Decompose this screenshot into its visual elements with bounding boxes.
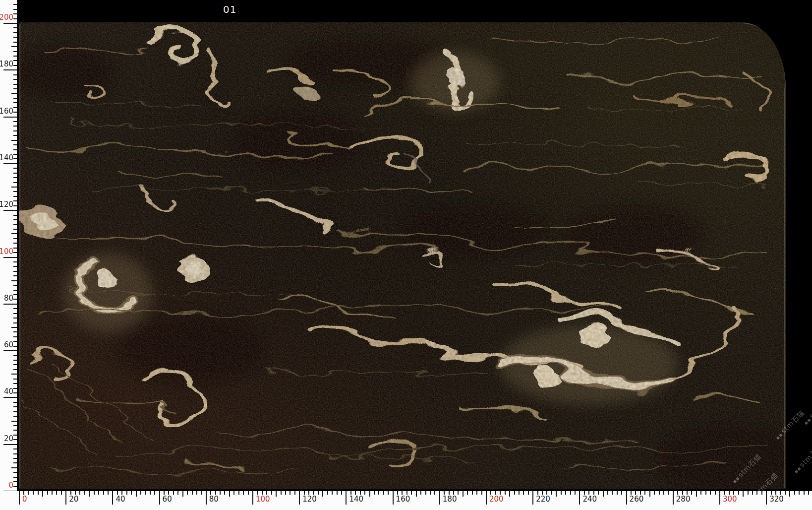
ruler-bottom-tick — [79, 491, 80, 495]
ruler-bottom-tick — [449, 491, 450, 495]
ruler-bottom-tick — [23, 491, 24, 495]
ruler-bottom-tick — [112, 491, 113, 505]
ruler-bottom-tick — [453, 491, 454, 495]
ruler-bottom-tick — [299, 491, 300, 505]
ruler-bottom-tick — [729, 491, 730, 495]
ruler-bottom-tick — [38, 491, 39, 495]
ruler-bottom-tick — [406, 491, 407, 495]
ruler-left-tick — [11, 46, 17, 47]
ruler-left-tick — [13, 416, 17, 417]
ruler-bottom-tick — [28, 491, 29, 495]
ruler-bottom-tick — [724, 491, 725, 495]
ruler-bottom-tick — [271, 491, 272, 495]
ruler-bottom-tick — [42, 491, 43, 497]
ruler-bottom-tick — [532, 491, 533, 505]
ruler-bottom-tick — [733, 491, 734, 495]
ruler-bottom-tick — [145, 491, 146, 495]
ruler-bottom-tick — [542, 491, 543, 495]
ruler-bottom-tick — [341, 491, 342, 495]
ruler-bottom-tick — [771, 491, 772, 495]
ruler-bottom-tick — [598, 491, 599, 495]
ruler-bottom-tick — [663, 491, 664, 495]
ruler-bottom-tick — [556, 491, 557, 497]
ruler-bottom-tick — [575, 491, 576, 495]
ruler-left-label: 180 — [0, 60, 13, 68]
ruler-left-tick — [13, 200, 17, 201]
ruler-bottom-tick — [65, 491, 66, 505]
ruler-left-tick — [13, 18, 17, 19]
ruler-bottom-tick — [467, 491, 468, 495]
ruler-bottom-tick — [668, 491, 669, 495]
ruler-bottom-tick — [206, 491, 207, 505]
ruler-bottom-tick — [640, 491, 641, 495]
ruler-left-label: 140 — [0, 154, 13, 162]
ruler-bottom-tick — [98, 491, 99, 495]
ruler-left-tick — [13, 158, 17, 159]
ruler-bottom-label: 20 — [69, 495, 78, 503]
ruler-bottom-tick — [332, 491, 333, 495]
ruler-bottom-tick — [420, 491, 421, 495]
ruler-bottom-tick — [243, 491, 244, 495]
ruler-bottom-tick — [131, 491, 132, 495]
ruler-bottom-tick — [621, 491, 622, 495]
ruler-bottom-tick — [383, 491, 384, 495]
ruler-left-tick — [13, 168, 17, 169]
ruler-left-tick — [13, 51, 17, 52]
ruler-bottom-tick — [715, 491, 716, 495]
ruler-bottom-tick — [766, 491, 767, 505]
ruler-left-tick — [11, 140, 17, 141]
ruler-left-tick — [13, 229, 17, 230]
slab-scan-page: 01 — [0, 0, 812, 510]
ruler-bottom-tick — [84, 491, 85, 495]
ruler-left-tick — [13, 392, 17, 393]
ruler-bottom-tick — [233, 491, 234, 495]
ruler-bottom-tick — [799, 491, 800, 495]
ruler-bottom-tick — [687, 491, 688, 495]
ruler-left-tick — [13, 271, 17, 272]
ruler-bottom-tick — [434, 491, 435, 495]
ruler-left-tick — [3, 350, 17, 351]
ruler-bottom-tick — [631, 491, 632, 495]
ruler-bottom-tick — [719, 491, 720, 505]
ruler-bottom-tick — [220, 491, 221, 495]
ruler-bottom-tick — [612, 491, 613, 495]
ruler-bottom-tick — [705, 491, 706, 495]
ruler-left-tick — [13, 191, 17, 192]
ruler-bottom-tick — [509, 491, 510, 497]
ruler-left-tick — [13, 448, 17, 449]
ruler-bottom-tick — [458, 491, 459, 495]
ruler-left-tick — [13, 299, 17, 300]
ruler-left-tick — [13, 56, 17, 57]
ruler-bottom-tick — [346, 491, 347, 505]
ruler-bottom-tick — [425, 491, 426, 495]
ruler-bottom-tick — [472, 491, 473, 495]
ruler-bottom-tick — [210, 491, 211, 495]
ruler-left-tick — [13, 481, 17, 482]
ruler-left-tick — [13, 290, 17, 291]
ruler-left-tick — [13, 65, 17, 66]
ruler-bottom-label: 140 — [349, 495, 363, 503]
ruler-bottom-tick — [201, 491, 202, 495]
ruler-left-tick — [13, 453, 17, 454]
ruler-left-tick — [13, 196, 17, 197]
ruler-bottom-tick — [52, 491, 53, 495]
ruler-bottom-tick — [393, 491, 394, 505]
ruler-bottom-tick — [710, 491, 711, 495]
ruler-bottom-tick — [804, 491, 805, 495]
ruler-bottom-tick — [121, 491, 122, 495]
ruler-bottom-tick — [173, 491, 174, 495]
ruler-bottom-tick — [682, 491, 683, 495]
ruler-bottom-tick — [136, 491, 137, 497]
ruler-bottom-tick — [47, 491, 48, 495]
ruler-bottom-tick — [584, 491, 585, 495]
ruler-bottom-tick — [168, 491, 169, 495]
ruler-bottom-tick — [486, 491, 487, 505]
ruler-left-tick — [13, 121, 17, 122]
ruler-left-tick — [13, 425, 17, 426]
ruler-left-tick — [3, 23, 17, 24]
ruler-bottom-tick — [61, 491, 62, 495]
ruler-left-label: 0 — [8, 481, 13, 489]
ruler-bottom-tick — [780, 491, 781, 495]
ruler-left-tick — [13, 486, 17, 487]
ruler-left-tick — [13, 13, 17, 14]
